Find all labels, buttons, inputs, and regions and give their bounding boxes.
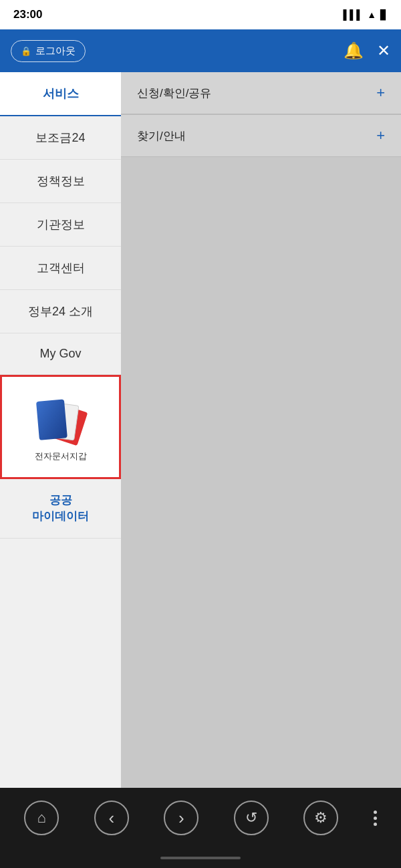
home-icon: ⌂ — [37, 809, 46, 827]
app-header: 🔒 로그아웃 🔔 ✕ — [0, 29, 401, 72]
more-button[interactable] — [374, 801, 377, 835]
sidebar-item-about24[interactable]: 정부24 소개 — [0, 290, 121, 333]
docwallet-card-image: 전자문서지갑 — [2, 377, 119, 477]
status-bar: 23:00 ▌▌▌ ▲ ▊ — [0, 0, 401, 29]
refresh-icon: ↺ — [245, 809, 257, 827]
sidebar-item-service[interactable]: 서비스 — [0, 72, 121, 116]
home-button[interactable]: ⌂ — [24, 801, 59, 835]
sidebar-item-govdata[interactable]: 공공마이데이터 — [0, 479, 121, 539]
dot1 — [374, 811, 377, 814]
sidebar-item-institution[interactable]: 기관정보 — [0, 203, 121, 247]
menu-section: 신청/확인/공유 + 찾기/안내 + — [121, 72, 401, 157]
bottom-nav: ⌂ ‹ › ↺ ⚙ — [0, 788, 401, 848]
right-panel: 신청/확인/공유 + 찾기/안내 + — [121, 72, 401, 788]
plus-icon-apply: + — [376, 84, 385, 102]
sidebar-item-policy[interactable]: 정책정보 — [0, 160, 121, 203]
home-bar — [160, 857, 241, 859]
plus-icon-find: + — [376, 127, 385, 144]
logout-button[interactable]: 🔒 로그아웃 — [11, 40, 86, 62]
sidebar-item-subsidy24[interactable]: 보조금24 — [0, 116, 121, 160]
sidebar-item-mygov[interactable]: My Gov — [0, 333, 121, 375]
menu-item-find[interactable]: 찾기/안내 + — [121, 115, 401, 157]
wifi-icon: ▲ — [367, 9, 376, 20]
bell-icon[interactable]: 🔔 — [344, 41, 364, 60]
menu-apply-label: 신청/확인/공유 — [137, 86, 211, 101]
signal-icon: ▌▌▌ — [343, 9, 363, 20]
forward-button[interactable]: › — [164, 801, 198, 835]
docwallet-icon — [34, 397, 88, 450]
back-icon: ‹ — [108, 808, 114, 829]
status-icons: ▌▌▌ ▲ ▊ — [343, 9, 388, 20]
battery-icon: ▊ — [380, 9, 388, 20]
main-content: 서비스 보조금24 정책정보 기관정보 고객센터 정부24 소개 My Gov — [0, 72, 401, 788]
refresh-button[interactable]: ↺ — [234, 801, 269, 835]
docwallet-label: 전자문서지갑 — [35, 450, 87, 462]
sidebar: 서비스 보조금24 정책정보 기관정보 고객센터 정부24 소개 My Gov — [0, 72, 121, 788]
menu-item-apply[interactable]: 신청/확인/공유 + — [121, 72, 401, 114]
sidebar-item-docwallet[interactable]: 전자문서지갑 — [0, 375, 121, 479]
logout-label: 로그아웃 — [35, 45, 76, 57]
forward-icon: › — [178, 808, 184, 829]
settings-button[interactable]: ⚙ — [303, 801, 338, 835]
menu-find-label: 찾기/안내 — [137, 128, 186, 144]
status-time: 23:00 — [13, 8, 42, 21]
govdata-label: 공공마이데이터 — [32, 494, 89, 523]
svg-rect-2 — [35, 399, 67, 440]
gear-icon: ⚙ — [314, 809, 327, 827]
close-icon[interactable]: ✕ — [377, 41, 390, 60]
lock-icon: 🔒 — [21, 46, 31, 56]
dot3 — [374, 823, 377, 826]
header-right: 🔔 ✕ — [344, 41, 390, 60]
back-button[interactable]: ‹ — [94, 801, 129, 835]
home-indicator — [0, 848, 401, 868]
dot2 — [374, 817, 377, 820]
sidebar-item-customer[interactable]: 고객센터 — [0, 247, 121, 290]
